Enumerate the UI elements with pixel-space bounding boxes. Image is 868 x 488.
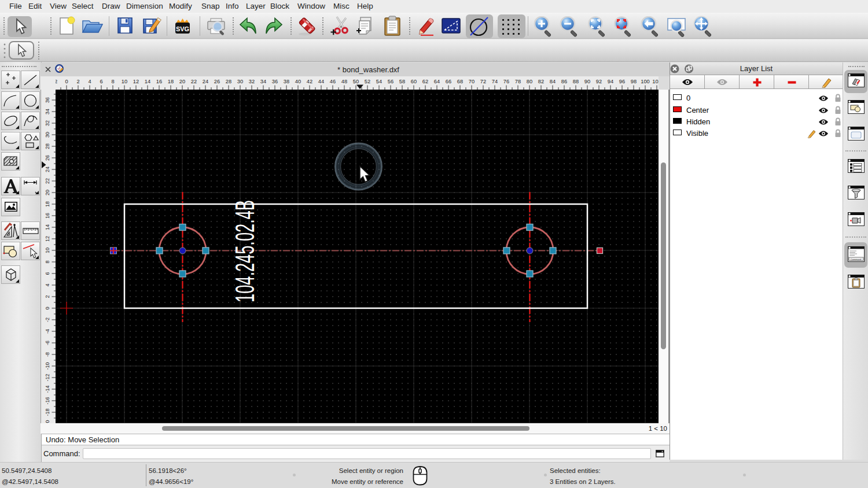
svg-text:54: 54	[376, 79, 382, 84]
svg-text:84: 84	[550, 79, 556, 84]
svg-text:16: 16	[156, 79, 162, 84]
svg-text:26: 26	[214, 79, 220, 84]
svg-text:34: 34	[45, 109, 50, 114]
svg-text:72: 72	[480, 79, 486, 84]
svg-text:42: 42	[307, 79, 312, 84]
svg-text:60: 60	[411, 79, 417, 84]
svg-text:0: 0	[65, 79, 68, 84]
svg-text:64: 64	[434, 79, 440, 84]
svg-text:28: 28	[45, 143, 50, 149]
svg-text:36: 36	[45, 97, 50, 103]
svg-text:66: 66	[446, 79, 451, 84]
svg-text:80: 80	[527, 79, 532, 84]
svg-text:104.245.02.4B: 104.245.02.4B	[229, 200, 260, 302]
svg-text:88: 88	[573, 79, 579, 84]
svg-text:82: 82	[538, 79, 544, 84]
svg-text:22: 22	[45, 178, 50, 184]
svg-text:24: 24	[45, 167, 50, 172]
svg-text:2: 2	[76, 79, 79, 84]
svg-text:58: 58	[399, 79, 405, 84]
svg-text:6: 6	[100, 79, 102, 84]
svg-text:6: 6	[45, 272, 50, 275]
svg-text:44: 44	[318, 79, 324, 84]
svg-text:52: 52	[365, 79, 370, 84]
svg-text:-16: -16	[45, 397, 50, 404]
svg-text:2: 2	[45, 295, 50, 298]
svg-text:-18: -18	[45, 408, 50, 416]
svg-text:-2: -2	[45, 317, 50, 322]
svg-text:14: 14	[145, 79, 150, 84]
svg-text:-6: -6	[45, 341, 50, 345]
svg-text:18: 18	[168, 79, 174, 84]
svg-text:36: 36	[272, 79, 278, 84]
svg-text:92: 92	[596, 79, 602, 84]
svg-text:32: 32	[45, 120, 50, 126]
svg-text:12: 12	[45, 236, 50, 242]
svg-text:SVG: SVG	[176, 25, 189, 32]
svg-text:-2: -2	[56, 79, 57, 84]
svg-text:50: 50	[353, 79, 359, 84]
svg-text:14: 14	[45, 224, 50, 230]
svg-text:Command: Command	[851, 258, 861, 261]
svg-text:8: 8	[111, 79, 114, 84]
svg-text:70: 70	[469, 79, 475, 84]
svg-text:30: 30	[45, 132, 50, 138]
svg-text:8: 8	[45, 260, 50, 263]
svg-text:-4: -4	[45, 329, 50, 334]
svg-text:12: 12	[133, 79, 139, 84]
svg-text:78: 78	[515, 79, 521, 84]
svg-text:86: 86	[561, 79, 567, 84]
svg-text:68: 68	[457, 79, 463, 84]
svg-text:-10: -10	[45, 362, 50, 369]
svg-text:18: 18	[45, 201, 50, 207]
svg-text:40: 40	[295, 79, 301, 84]
svg-text:46: 46	[330, 79, 336, 84]
svg-text:30: 30	[237, 79, 243, 84]
svg-text:4: 4	[88, 79, 91, 84]
svg-text:20: 20	[179, 79, 185, 84]
svg-text:74: 74	[492, 79, 498, 84]
svg-text:102: 102	[652, 79, 659, 84]
svg-text:-12: -12	[45, 374, 50, 381]
svg-text:38: 38	[284, 79, 289, 84]
svg-text:90: 90	[584, 79, 590, 84]
svg-text:48: 48	[341, 79, 347, 84]
svg-text:32: 32	[249, 79, 255, 84]
svg-text:26: 26	[45, 155, 50, 161]
svg-text:98: 98	[631, 79, 637, 84]
svg-text:24: 24	[203, 79, 208, 84]
svg-text:94: 94	[608, 79, 613, 84]
svg-text:-14: -14	[45, 385, 50, 393]
svg-text:56: 56	[388, 79, 393, 84]
svg-text:4: 4	[45, 283, 50, 286]
svg-text:10: 10	[122, 79, 127, 84]
svg-text:20: 20	[45, 190, 50, 195]
svg-text:34: 34	[260, 79, 266, 84]
svg-text:96: 96	[619, 79, 625, 84]
svg-text:10: 10	[45, 247, 50, 253]
svg-text:100: 100	[641, 79, 650, 84]
svg-text:62: 62	[422, 79, 428, 84]
svg-text:76: 76	[503, 79, 509, 84]
svg-text:-8: -8	[45, 352, 50, 357]
svg-text:16: 16	[45, 213, 50, 219]
svg-text:28: 28	[226, 79, 231, 84]
svg-text:0: 0	[45, 306, 50, 309]
svg-text:22: 22	[191, 79, 197, 84]
